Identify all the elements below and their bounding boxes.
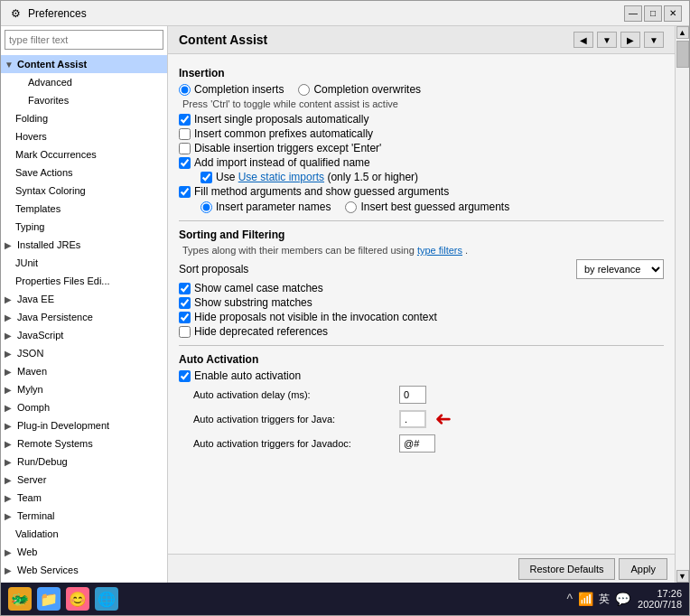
tree-item-javascript[interactable]: ▶ JavaScript bbox=[1, 326, 167, 344]
hide-deprecated-input[interactable] bbox=[179, 326, 191, 338]
tree-item-mylyn[interactable]: ▶ Mylyn bbox=[1, 380, 167, 398]
minimize-button[interactable]: — bbox=[624, 5, 642, 22]
tree-item-installed-jres[interactable]: ▶ Installed JREs bbox=[1, 236, 167, 254]
sort-proposals-select[interactable]: by relevance alphabetically bbox=[576, 259, 664, 279]
tree-item-content-assist[interactable]: ▼ Content Assist bbox=[1, 55, 167, 73]
show-camel-case-checkbox[interactable]: Show camel case matches bbox=[179, 282, 664, 294]
expand-arrow-java-ee: ▶ bbox=[5, 294, 17, 304]
insert-best-guessed-input[interactable] bbox=[345, 201, 357, 213]
completion-overwrites-input[interactable] bbox=[298, 84, 310, 96]
insert-common-checkbox[interactable]: Insert common prefixes automatically bbox=[179, 127, 664, 140]
add-import-input[interactable] bbox=[179, 157, 191, 169]
taskbar-lang-icon[interactable]: 英 bbox=[599, 592, 610, 607]
taskbar-chevron-icon[interactable]: ^ bbox=[566, 592, 573, 606]
disable-insertion-checkbox[interactable]: Disable insertion triggers except 'Enter… bbox=[179, 142, 664, 154]
expand-arrow-web: ▶ bbox=[5, 547, 17, 557]
show-substring-input[interactable] bbox=[179, 297, 191, 309]
tree-item-team[interactable]: ▶ Team bbox=[1, 489, 167, 507]
nav-dropdown2-button[interactable]: ▼ bbox=[644, 32, 664, 48]
completion-inserts-radio[interactable]: Completion inserts bbox=[179, 83, 284, 96]
scroll-down-button[interactable]: ▼ bbox=[676, 570, 689, 583]
enable-auto-activation-input[interactable] bbox=[179, 370, 191, 382]
completion-overwrites-radio[interactable]: Completion overwrites bbox=[298, 83, 421, 96]
tree-item-terminal[interactable]: ▶ Terminal bbox=[1, 507, 167, 525]
use-static-imports-label: Use Use static imports (only 1.5 or high… bbox=[216, 171, 418, 183]
tree-item-web-services[interactable]: ▶ Web Services bbox=[1, 561, 167, 579]
hide-deprecated-checkbox[interactable]: Hide deprecated references bbox=[179, 325, 664, 338]
apply-button[interactable]: Apply bbox=[619, 558, 667, 580]
tree-item-plug-in[interactable]: ▶ Plug-in Development bbox=[1, 416, 167, 434]
type-filters-desc: Types along with their members can be fi… bbox=[182, 245, 415, 256]
java-triggers-input[interactable] bbox=[399, 410, 426, 428]
preferences-tree: ▼ Content Assist Advanced Favorites Fold… bbox=[1, 53, 167, 583]
taskbar-icon-2[interactable]: 📁 bbox=[37, 587, 61, 611]
completion-inserts-input[interactable] bbox=[179, 84, 191, 96]
use-static-imports-input[interactable] bbox=[200, 172, 212, 183]
taskbar-icon-1[interactable]: 🐲 bbox=[8, 587, 32, 611]
bottom-bar: Restore Defaults Apply bbox=[168, 554, 675, 583]
maximize-button[interactable]: □ bbox=[644, 5, 662, 22]
nav-forward-button[interactable]: ▶ bbox=[620, 32, 640, 48]
tree-item-templates[interactable]: Templates bbox=[1, 200, 167, 218]
tree-item-remote-systems[interactable]: ▶ Remote Systems bbox=[1, 434, 167, 453]
tree-item-junit[interactable]: JUnit bbox=[1, 254, 167, 272]
static-imports-link[interactable]: Use static imports bbox=[238, 171, 324, 183]
fill-method-input[interactable] bbox=[179, 186, 191, 198]
taskbar-chat-icon[interactable]: 💬 bbox=[615, 592, 630, 606]
tree-item-web[interactable]: ▶ Web bbox=[1, 543, 167, 561]
add-import-checkbox[interactable]: Add import instead of qualified name bbox=[179, 156, 664, 169]
tree-item-typing[interactable]: Typing bbox=[1, 218, 167, 236]
fill-method-checkbox[interactable]: Fill method arguments and show guessed a… bbox=[179, 185, 664, 198]
insert-single-input[interactable] bbox=[179, 114, 191, 126]
delay-input[interactable] bbox=[399, 386, 426, 404]
tree-item-hovers[interactable]: Hovers bbox=[1, 127, 167, 145]
insert-param-names-radio[interactable]: Insert parameter names bbox=[200, 201, 331, 213]
use-static-imports-checkbox[interactable]: Use Use static imports (only 1.5 or high… bbox=[179, 171, 664, 183]
insert-param-names-input[interactable] bbox=[200, 201, 212, 213]
tree-item-validation[interactable]: Validation bbox=[1, 525, 167, 543]
type-filters-link[interactable]: type filters bbox=[417, 245, 462, 256]
taskbar-icon-3[interactable]: 😊 bbox=[66, 587, 89, 611]
insert-common-input[interactable] bbox=[179, 128, 191, 140]
insert-single-label: Insert single proposals automatically bbox=[194, 113, 368, 126]
tree-label-typing: Typing bbox=[15, 221, 44, 232]
tree-item-advanced[interactable]: Advanced bbox=[1, 73, 167, 91]
titlebar: ⚙ Preferences — □ ✕ bbox=[1, 1, 689, 26]
tree-item-mark-occurrences[interactable]: Mark Occurrences bbox=[1, 145, 167, 163]
hide-proposals-input[interactable] bbox=[179, 312, 191, 323]
nav-back-button[interactable]: ◀ bbox=[573, 32, 593, 48]
tree-item-favorites[interactable]: Favorites bbox=[1, 91, 167, 109]
type-filters-note: Types along with their members can be fi… bbox=[179, 245, 664, 256]
tree-item-java-persistence[interactable]: ▶ Java Persistence bbox=[1, 308, 167, 326]
taskbar-icon-4[interactable]: 🌐 bbox=[95, 587, 118, 611]
tree-item-server[interactable]: ▶ Server bbox=[1, 471, 167, 489]
show-substring-checkbox[interactable]: Show substring matches bbox=[179, 296, 664, 309]
enable-auto-activation-checkbox[interactable]: Enable auto activation bbox=[179, 369, 664, 382]
scroll-up-button[interactable]: ▲ bbox=[676, 26, 689, 39]
java-triggers-label: Auto activation triggers for Java: bbox=[193, 414, 392, 425]
tree-item-save-actions[interactable]: Save Actions bbox=[1, 163, 167, 182]
tree-label-templates: Templates bbox=[15, 203, 61, 214]
tree-item-properties[interactable]: Properties Files Edi... bbox=[1, 272, 150, 290]
tree-item-folding[interactable]: Folding bbox=[1, 109, 167, 127]
restore-defaults-button[interactable]: Restore Defaults bbox=[518, 558, 616, 580]
insert-best-guessed-radio[interactable]: Insert best guessed arguments bbox=[345, 201, 509, 213]
close-button[interactable]: ✕ bbox=[664, 5, 682, 22]
completion-radio-group: Completion inserts Completion overwrites bbox=[179, 83, 664, 96]
tree-item-json[interactable]: ▶ JSON bbox=[1, 344, 167, 362]
javadoc-triggers-input[interactable] bbox=[399, 434, 435, 453]
tree-item-oomph[interactable]: ▶ Oomph bbox=[1, 398, 167, 416]
filter-input[interactable] bbox=[5, 30, 163, 50]
show-camel-case-input[interactable] bbox=[179, 283, 191, 294]
disable-insertion-input[interactable] bbox=[179, 143, 191, 154]
tree-item-syntax-coloring[interactable]: Syntax Coloring bbox=[1, 182, 167, 200]
expand-arrow-content-assist: ▼ bbox=[5, 60, 17, 70]
tree-item-run-debug[interactable]: ▶ Run/Debug bbox=[1, 453, 167, 471]
nav-dropdown-button[interactable]: ▼ bbox=[597, 32, 617, 48]
taskbar-network-icon[interactable]: 📶 bbox=[578, 592, 593, 606]
tree-item-java-ee[interactable]: ▶ Java EE bbox=[1, 290, 167, 308]
insert-single-checkbox[interactable]: Insert single proposals automatically bbox=[179, 113, 664, 126]
scroll-thumb[interactable] bbox=[676, 41, 689, 68]
tree-item-maven[interactable]: ▶ Maven bbox=[1, 362, 167, 380]
hide-proposals-checkbox[interactable]: Hide proposals not visible in the invoca… bbox=[179, 311, 664, 323]
